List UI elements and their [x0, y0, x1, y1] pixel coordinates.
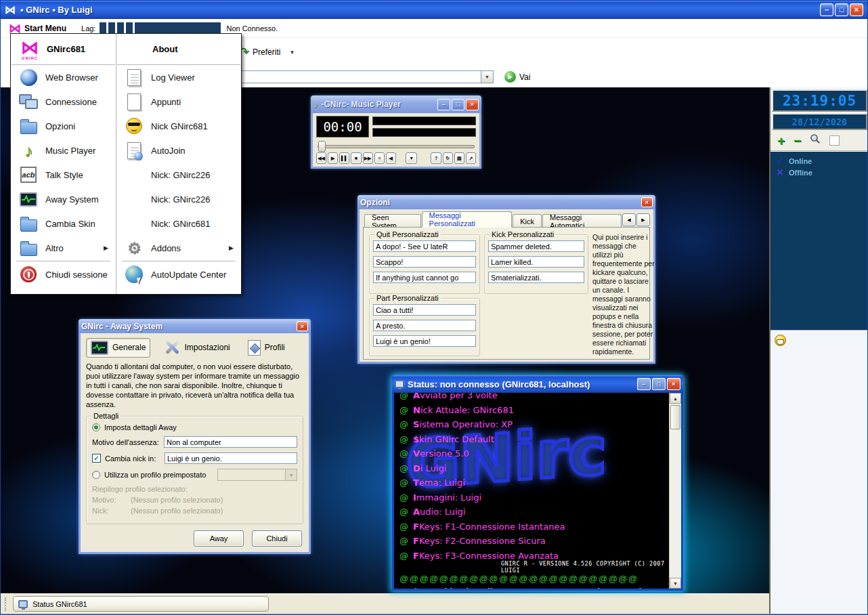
away-tab-impostazioni[interactable]: Impostazioni — [160, 337, 234, 358]
status-maximize-button[interactable]: □ — [652, 378, 666, 390]
menu-item-chiudi-sessione[interactable]: Chiudi sessione — [11, 262, 116, 287]
main-title-bar[interactable]: ⋈ • GNirc • By Luigi – □ × — [1, 1, 867, 19]
quit-message-2[interactable] — [373, 256, 476, 268]
imposta-dettagli-radio[interactable] — [92, 423, 100, 431]
tab-scroll-left-button[interactable]: ◀ — [622, 213, 636, 226]
options-close-button[interactable]: × — [641, 197, 653, 207]
contact-offline[interactable]: ✕ Offline — [771, 167, 868, 178]
menu-item-addons[interactable]: ⚙ Addons ▶ — [116, 236, 241, 260]
menu-item-log-viewer[interactable]: Log Viewer — [116, 65, 241, 89]
menu-header-about[interactable]: About — [117, 34, 240, 65]
menu-item-cambia-skin[interactable]: Cambia Skin — [11, 211, 116, 236]
panel-checkbox[interactable] — [829, 135, 840, 146]
smiley-icon[interactable] — [775, 335, 786, 346]
tab-scroll-right-button[interactable]: ▶ — [636, 213, 650, 226]
status-title-bar[interactable]: Status: non connesso (GNirc681, localhos… — [392, 375, 683, 393]
chiudi-button[interactable]: Chiudi — [252, 530, 302, 547]
status-scrollbar[interactable]: ▲ ▼ — [669, 393, 681, 589]
music-minimize-button[interactable]: – — [437, 99, 450, 110]
tab-messaggi-automatici[interactable]: Messaggi Automatici — [542, 214, 622, 228]
address-dropdown-button[interactable]: ▼ — [481, 71, 493, 83]
volume-button[interactable]: ◀ — [386, 152, 396, 164]
favorites-button[interactable]: Preferiti — [253, 47, 280, 57]
next-button[interactable]: ▶▶ — [363, 152, 373, 164]
menu-item-nick-681[interactable]: Nick: GNirc681 — [116, 211, 241, 236]
options-tab-page: Quit Personalizzati Kick Personalizzati … — [363, 227, 650, 360]
nick-input[interactable] — [165, 452, 297, 464]
restore-button[interactable]: □ — [835, 3, 848, 16]
change-nick-checkbox[interactable]: ✓ — [92, 454, 101, 463]
menu-item-nick-226-b[interactable]: Nick: GNirc226 — [116, 187, 241, 211]
taskbar-grip[interactable] — [5, 597, 8, 611]
status-task-icon — [18, 600, 28, 608]
connect-button[interactable]: ↗ — [466, 152, 476, 164]
favorites-dropdown-icon[interactable]: ▼ — [289, 49, 295, 56]
music-player-title-bar[interactable]: ♪ -GNirc- Music Player – □ × — [311, 96, 481, 113]
menu-item-talk-style[interactable]: acb Talk Style — [11, 163, 116, 187]
contact-online[interactable]: ✓ Online — [771, 155, 868, 167]
menu-item-autoupdate[interactable]: AutoUpdate Center — [116, 262, 241, 287]
search-icon[interactable] — [810, 133, 821, 147]
slider-thumb[interactable] — [318, 141, 326, 152]
menu-item-web-browser[interactable]: Web Browser — [11, 65, 116, 89]
playlist-dropdown-button[interactable]: ▼ — [406, 152, 417, 164]
mixer-button[interactable]: ≡ — [374, 152, 385, 164]
tab-kick[interactable]: Kick — [513, 214, 542, 228]
status-minimize-button[interactable]: – — [637, 378, 651, 390]
menu-item-music-player[interactable]: ♪ Music Player — [11, 138, 116, 163]
menu-item-connessione[interactable]: Connessione — [11, 89, 116, 114]
tab-messaggi-personalizzati[interactable]: Messaggi Personalizzati — [422, 211, 513, 228]
play-button[interactable]: ▶ — [328, 152, 338, 164]
away-close-button[interactable]: × — [297, 321, 308, 331]
scroll-down-button[interactable]: ▼ — [670, 578, 681, 589]
tab-seen-system[interactable]: Seen System — [364, 214, 421, 228]
status-window-icon — [395, 380, 404, 388]
menu-item-opzioni[interactable]: Opzioni — [11, 114, 116, 138]
refresh-button[interactable]: ↻ — [443, 152, 453, 164]
options-title-bar[interactable]: Opzioni × — [357, 195, 655, 209]
part-message-1[interactable] — [373, 304, 476, 316]
music-seek-slider[interactable] — [316, 140, 476, 151]
kick-message-1[interactable] — [488, 240, 584, 252]
contact-label: Online — [789, 157, 812, 165]
reason-input[interactable] — [164, 436, 297, 448]
scroll-thumb[interactable] — [670, 405, 680, 429]
summary-nick-value: (Nessun profilo selezionato) — [131, 507, 223, 515]
kick-message-3[interactable] — [488, 272, 584, 283]
part-message-2[interactable] — [373, 320, 476, 331]
menu-item-appunti[interactable]: Appunti — [116, 89, 241, 114]
scroll-up-button[interactable]: ▲ — [670, 393, 681, 404]
summary-label: Riepilogo profilo selezionato: — [92, 485, 297, 493]
music-close-button[interactable]: × — [466, 99, 479, 110]
menu-item-away-system[interactable]: Away System — [11, 187, 116, 211]
start-menu-button[interactable]: ⋈ Start Menu — [9, 22, 66, 35]
pause-button[interactable]: ▌▌ — [339, 152, 349, 164]
menu-item-nick-226-a[interactable]: Nick: GNirc226 — [116, 163, 241, 187]
menu-item-autojoin[interactable]: AutoJoin — [116, 138, 241, 163]
away-button[interactable]: Away — [194, 530, 244, 547]
usa-profilo-radio[interactable] — [92, 471, 100, 479]
close-button[interactable]: × — [850, 3, 863, 16]
menu-item-altro[interactable]: Altro ▶ — [11, 236, 116, 260]
stop-button[interactable]: ■ — [351, 152, 361, 164]
away-tab-label: Profili — [265, 343, 285, 352]
away-tab-profili[interactable]: Profili — [244, 338, 289, 358]
playlist-button[interactable]: ▤ — [454, 152, 464, 164]
quit-message-3[interactable] — [373, 272, 476, 283]
help-button[interactable]: ? — [431, 152, 441, 164]
kick-message-2[interactable] — [488, 256, 584, 268]
prev-button[interactable]: ◀◀ — [316, 152, 326, 164]
go-button[interactable]: ▶ Vai — [504, 71, 530, 83]
remove-button[interactable]: − — [794, 134, 801, 147]
music-maximize-button[interactable]: □ — [452, 99, 464, 110]
away-title-bar[interactable]: GNirc - Away System × — [79, 319, 311, 333]
part-message-3[interactable] — [373, 335, 476, 347]
status-close-button[interactable]: × — [667, 378, 680, 390]
menu-item-nick-gnirc681[interactable]: Nick GNirc681 — [116, 114, 241, 138]
add-button[interactable]: + — [777, 134, 785, 147]
minimize-button[interactable]: – — [820, 3, 833, 16]
away-tab-generale[interactable]: Generale — [86, 338, 150, 358]
quit-message-1[interactable] — [373, 240, 476, 252]
taskbar-status-button[interactable]: Status GNirc681 — [13, 596, 269, 612]
address-input[interactable] — [238, 71, 481, 83]
